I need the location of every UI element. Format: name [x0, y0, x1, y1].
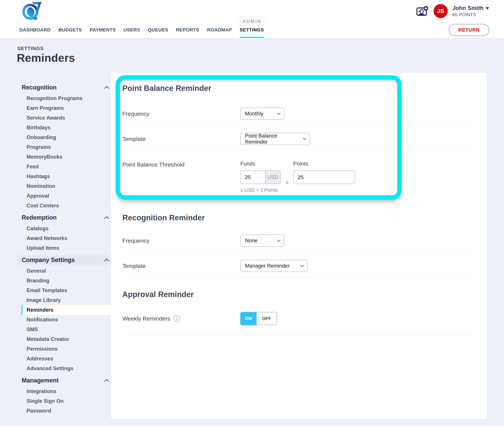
avatar[interactable]: JS — [434, 4, 448, 18]
page-title: Reminders — [17, 51, 75, 64]
sidebar-item-award-networks[interactable]: Award Networks — [17, 234, 111, 243]
divider — [122, 150, 476, 150]
sidebar-item-single-sign-on[interactable]: Single Sign On — [17, 396, 111, 406]
sidebar-item-password[interactable]: Password — [17, 406, 111, 416]
pbr-frequency-row: Frequency Monthly — [122, 108, 476, 120]
chevron-up-icon — [104, 216, 109, 219]
user-points: 65 POINTS — [452, 12, 489, 17]
settings-sidebar: Recognition Recognition Programs Earn Pr… — [17, 83, 111, 416]
sidebar-item-recognition-programs[interactable]: Recognition Programs — [17, 93, 111, 103]
company-logo-icon[interactable] — [20, 1, 48, 21]
sidebar-item-hashtags[interactable]: Hashtags — [17, 171, 111, 181]
breadcrumb: SETTINGS — [17, 46, 44, 51]
sidebar-item-sms[interactable]: SMS — [17, 325, 111, 334]
chevron-down-icon — [300, 265, 304, 267]
pbr-template-select[interactable]: Point Balance Reminder — [240, 133, 310, 145]
sidebar-item-onboarding[interactable]: Onboarding — [17, 133, 111, 142]
sidebar-item-approval[interactable]: Approval — [17, 191, 111, 201]
nav-reports[interactable]: REPORTS — [176, 22, 199, 38]
funds-input-group: USD — [240, 170, 281, 184]
chevron-down-icon — [303, 138, 307, 140]
nav-queues[interactable]: QUEUES — [148, 22, 168, 38]
sidebar-item-nomination[interactable]: Nomination — [17, 181, 111, 191]
chevron-up-icon — [104, 86, 109, 89]
nav-payments[interactable]: PAYMENTS — [90, 22, 116, 38]
sidebar-item-programs[interactable]: Programs — [17, 142, 111, 152]
user-name: John Smith — [452, 5, 483, 11]
add-funds-icon[interactable] — [416, 6, 429, 16]
pbr-template-label: Template — [122, 136, 240, 142]
rec-frequency-select[interactable]: None — [240, 234, 284, 247]
pbr-threshold-row: Point Balance Threshold Funds USD 1 USD … — [122, 161, 476, 193]
admin-badge: ADMIN — [238, 17, 266, 26]
sidebar-section-company-settings[interactable]: Company Settings — [17, 255, 111, 265]
pbr-threshold-label: Point Balance Threshold — [122, 161, 240, 168]
nav-roadmap[interactable]: ROADMAP — [207, 22, 232, 38]
sidebar-item-feed[interactable]: Feed — [17, 162, 111, 171]
chevron-down-icon — [485, 7, 489, 9]
sidebar-item-image-library[interactable]: Image Library — [17, 295, 111, 305]
weekly-reminders-row: Weekly Reminders ON OFF — [122, 312, 476, 325]
nav-budgets[interactable]: BUDGETS — [58, 22, 82, 38]
header-user-area: JS John Smith 65 POINTS — [416, 0, 489, 22]
pbr-template-row: Template Point Balance Reminder — [122, 133, 476, 145]
sidebar-item-cost-centers[interactable]: Cost Centers — [17, 201, 111, 211]
sidebar-item-upload-items[interactable]: Upload Items — [17, 243, 111, 253]
rec-template-row: Template Manager Reminder — [122, 260, 476, 272]
user-menu[interactable]: John Smith 65 POINTS — [452, 5, 489, 17]
approval-reminder-heading: Approval Reminder — [122, 290, 193, 299]
weekly-reminders-toggle: ON OFF — [240, 312, 277, 325]
sidebar-item-catalogs[interactable]: Catalogs — [17, 224, 111, 234]
chevron-down-icon — [277, 240, 281, 242]
equals-sign: = — [285, 179, 289, 186]
weekly-reminders-label: Weekly Reminders — [122, 315, 170, 322]
point-balance-reminder-heading: Point Balance Reminder — [122, 84, 211, 93]
points-input[interactable] — [293, 170, 355, 184]
funds-label: Funds — [240, 161, 281, 167]
info-icon[interactable] — [173, 315, 180, 322]
chevron-up-icon — [104, 259, 109, 262]
sidebar-item-branding[interactable]: Branding — [17, 276, 111, 285]
toggle-off-button[interactable]: OFF — [257, 312, 277, 325]
sidebar-item-permissions[interactable]: Permissions — [17, 344, 111, 354]
toggle-on-button[interactable]: ON — [240, 312, 257, 325]
nav-dashboard[interactable]: DASHBOARD — [19, 22, 51, 38]
rec-frequency-row: Frequency None — [122, 234, 476, 247]
chevron-down-icon — [277, 113, 281, 115]
sidebar-section-management[interactable]: Management — [17, 376, 111, 385]
sidebar-item-reminders[interactable]: Reminders — [21, 305, 111, 315]
sidebar-item-email-templates[interactable]: Email Templates — [17, 285, 111, 295]
sidebar-section-recognition[interactable]: Recognition — [17, 83, 111, 92]
divider — [122, 277, 476, 277]
currency-suffix: USD — [266, 171, 280, 184]
sidebar-item-metadata-creator[interactable]: Metadata Creator — [17, 334, 111, 344]
funds-input[interactable] — [241, 171, 266, 184]
rec-frequency-label: Frequency — [122, 237, 240, 244]
reminders-panel: Point Balance Reminder Frequency Monthly… — [111, 73, 487, 419]
sidebar-item-addresses[interactable]: Addresses — [17, 354, 111, 364]
sidebar-item-integrations[interactable]: Integrations — [17, 386, 111, 396]
chevron-up-icon — [104, 379, 109, 382]
conversion-note: 1 USD = 1 Points — [240, 187, 281, 193]
sidebar-item-general[interactable]: General — [17, 266, 111, 276]
sidebar-item-notifications[interactable]: Notifications — [17, 315, 111, 325]
divider — [122, 253, 476, 253]
sidebar-item-birthdays[interactable]: Birthdays — [17, 123, 111, 133]
points-column: Points — [293, 161, 355, 184]
sidebar-item-advanced-settings[interactable]: Advanced Settings — [17, 364, 111, 373]
sidebar-section-redemption[interactable]: Redemption — [17, 213, 111, 222]
sidebar-item-earn-programs[interactable]: Earn Programs — [17, 103, 111, 113]
recognition-reminder-heading: Recognition Reminder — [122, 213, 205, 222]
divider — [122, 335, 476, 335]
funds-column: Funds USD 1 USD = 1 Points — [240, 161, 281, 193]
pbr-frequency-label: Frequency — [122, 111, 240, 117]
points-label: Points — [293, 161, 355, 167]
sidebar-item-service-awards[interactable]: Service Awards — [17, 113, 111, 123]
nav-users[interactable]: USERS — [124, 22, 140, 38]
sidebar-item-memorybooks[interactable]: MemoryBooks — [17, 152, 111, 162]
return-button[interactable]: RETURN — [449, 24, 489, 36]
pbr-frequency-select[interactable]: Monthly — [240, 108, 284, 120]
rec-template-select[interactable]: Manager Reminder — [240, 260, 308, 272]
rec-template-label: Template — [122, 263, 240, 269]
settings-reminders-page: JS John Smith 65 POINTS DASHBOARD BUDGET… — [0, 0, 504, 426]
